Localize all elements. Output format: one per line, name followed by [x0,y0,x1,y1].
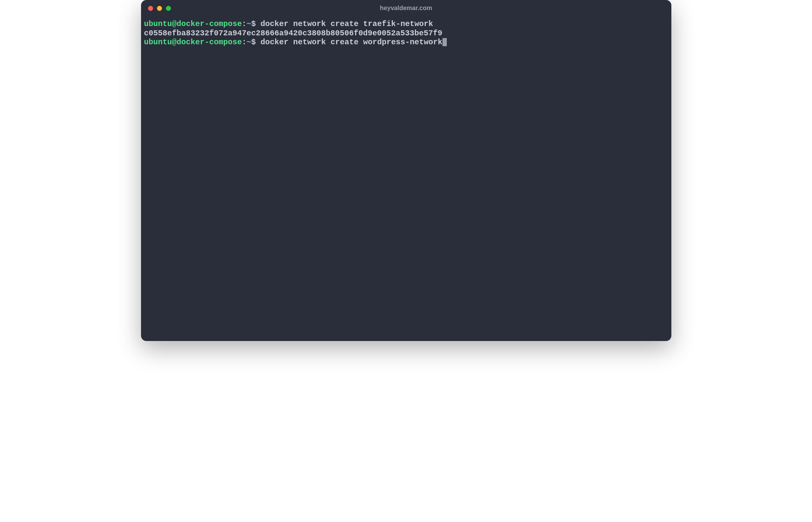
prompt-symbol: $ [251,19,256,28]
terminal-body[interactable]: ubuntu@docker-compose:~$ docker network … [141,16,671,341]
command-text: docker network create wordpress-network [256,38,443,47]
window-title: heyvaldemar.com [380,5,432,12]
prompt-colon: : [242,19,247,28]
prompt-path: ~ [247,38,251,47]
title-bar: heyvaldemar.com [141,0,671,16]
cursor-icon [443,38,447,46]
terminal-line: c0558efba83232f072a947ec28666a9420c3808b… [144,29,668,38]
traffic-lights [148,6,171,11]
maximize-icon[interactable] [166,6,171,11]
prompt-user-host: ubuntu@docker-compose [144,19,242,28]
close-icon[interactable] [148,6,153,11]
prompt-user-host: ubuntu@docker-compose [144,38,242,47]
terminal-window: heyvaldemar.com ubuntu@docker-compose:~$… [141,0,671,341]
minimize-icon[interactable] [157,6,162,11]
prompt-colon: : [242,38,247,47]
terminal-line: ubuntu@docker-compose:~$ docker network … [144,38,668,47]
terminal-line: ubuntu@docker-compose:~$ docker network … [144,19,668,29]
prompt-path: ~ [247,19,251,28]
prompt-symbol: $ [251,38,256,47]
output-text: c0558efba83232f072a947ec28666a9420c3808b… [144,29,443,38]
command-text: docker network create traefik-network [256,19,433,28]
